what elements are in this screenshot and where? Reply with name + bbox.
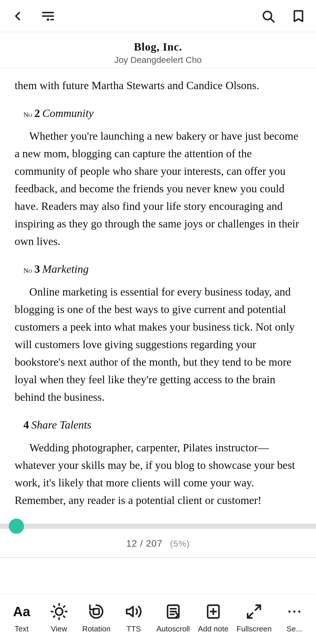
toolbar-divider <box>0 557 316 558</box>
section3-title: Marketing <box>42 260 89 278</box>
toolbar-item-autoscroll[interactable]: Autoscroll <box>157 602 190 633</box>
toolbar-item-text[interactable]: Aa Text <box>7 602 36 633</box>
svg-line-9 <box>54 606 54 607</box>
svg-point-3 <box>47 18 49 21</box>
page-percent: (5%) <box>170 539 190 548</box>
toolbar-label-autoscroll: Autoscroll <box>157 624 190 633</box>
toolbar-label-tts: TTS <box>126 624 141 633</box>
toolbar-item-rotation[interactable]: Rotation <box>82 602 111 633</box>
intro-text: them with future Martha Stewarts and Can… <box>15 77 301 94</box>
add-note-icon <box>204 602 223 621</box>
section2-title: Community <box>42 105 94 122</box>
scroll-bar[interactable] <box>0 524 316 529</box>
toolbar-label-view: View <box>51 624 67 633</box>
tts-icon <box>124 602 143 621</box>
view-icon <box>50 602 68 621</box>
toolbar-label-fullscreen: Fullscreen <box>236 624 272 633</box>
section2-num: 2 <box>35 105 40 122</box>
section2-heading: No 2 Community <box>15 105 301 122</box>
book-header: Blog, Inc. Joy Deangdeelert Cho <box>0 32 316 68</box>
toolbar-label-text: Text <box>15 624 29 633</box>
back-icon <box>11 9 25 23</box>
rotation-icon <box>87 602 106 621</box>
para3: Online marketing is essential for every … <box>15 283 301 406</box>
page-total: 207 <box>146 538 162 549</box>
svg-marker-16 <box>127 607 133 617</box>
top-bar-right <box>259 7 308 25</box>
svg-line-5 <box>271 19 274 22</box>
toolbar-item-add-note[interactable]: Add note <box>198 602 229 633</box>
section3-num: 3 <box>35 260 40 278</box>
svg-line-10 <box>63 616 64 617</box>
para4: Wedding photographer, carpenter, Pilates… <box>15 439 301 509</box>
section4-heading: 4 Share Talents <box>15 416 301 434</box>
top-bar-left <box>8 7 57 25</box>
toolbar-item-view[interactable]: View <box>44 602 74 633</box>
svg-point-26 <box>288 610 291 612</box>
back-button[interactable] <box>8 7 27 25</box>
autoscroll-icon <box>164 602 183 621</box>
page-current: 12 <box>126 538 138 549</box>
toolbar-label-rotation: Rotation <box>82 624 111 633</box>
section2-num-sup: No <box>23 109 32 120</box>
book-author: Joy Deangdeelert Cho <box>0 55 316 65</box>
toolbar-item-fullscreen[interactable]: Fullscreen <box>236 602 272 633</box>
section3-heading: No 3 Marketing <box>15 260 301 278</box>
section4-title: Share Talents <box>31 416 91 434</box>
bottom-toolbar: Aa Text View <box>0 594 316 644</box>
menu-button[interactable] <box>39 7 57 25</box>
top-bar <box>0 0 316 32</box>
toolbar-item-tts[interactable]: TTS <box>119 602 148 633</box>
search-icon <box>261 9 275 23</box>
svg-point-6 <box>55 608 62 615</box>
page-separator: / <box>140 538 146 549</box>
para2: Whether you're launching a new bakery or… <box>15 127 301 250</box>
svg-line-13 <box>54 616 54 617</box>
section4-num: 4 <box>23 416 29 434</box>
svg-point-27 <box>293 610 295 612</box>
toolbar-item-more[interactable]: Se... <box>280 602 309 633</box>
svg-line-14 <box>63 606 64 607</box>
scroll-dot[interactable] <box>9 519 24 534</box>
bookmark-icon <box>291 9 305 23</box>
page-indicator: 12 / 207 (5%) <box>0 529 316 557</box>
section3-num-sup: No <box>23 265 32 276</box>
search-button[interactable] <box>259 7 277 25</box>
toolbar-label-add-note: Add note <box>198 624 229 633</box>
fullscreen-icon <box>245 602 263 621</box>
bookmark-button[interactable] <box>289 7 308 25</box>
book-title: Blog, Inc. <box>0 40 316 53</box>
menu-icon <box>41 9 55 23</box>
toolbar-label-more: Se... <box>286 624 302 633</box>
content-area: them with future Martha Stewarts and Can… <box>0 68 316 521</box>
more-icon <box>285 602 304 621</box>
text-icon: Aa <box>12 602 31 621</box>
svg-point-28 <box>298 610 300 612</box>
